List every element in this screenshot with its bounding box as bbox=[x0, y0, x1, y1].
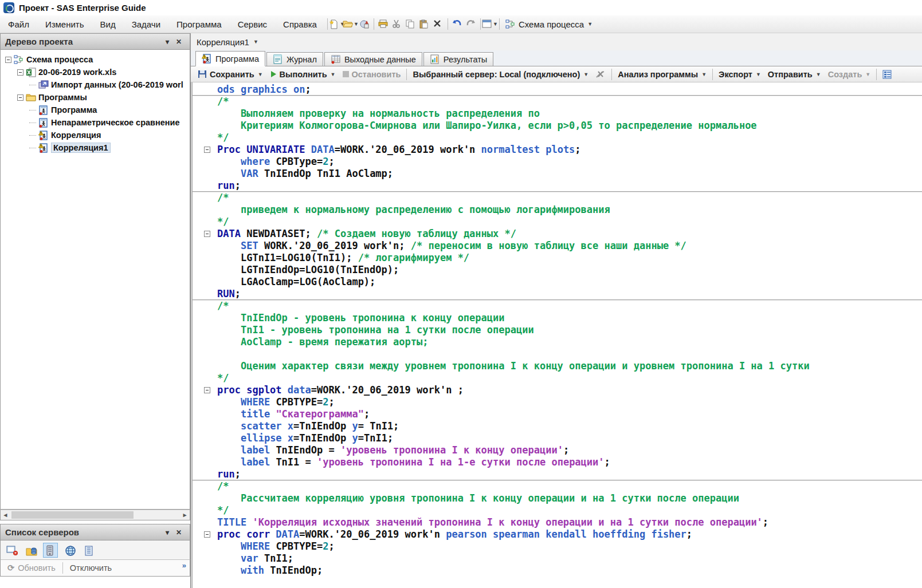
menu-item-1[interactable]: Изменить bbox=[37, 15, 92, 33]
panel-menu-icon[interactable]: ▾ bbox=[162, 38, 172, 46]
more-buttons-chevron[interactable]: » bbox=[182, 561, 186, 570]
fold-collapse-icon[interactable] bbox=[204, 147, 210, 153]
code-line-37[interactable]: TITLE 'Корреляция исходных значений троп… bbox=[193, 516, 922, 528]
code-line-32[interactable]: label TnI1 = 'уровень тропонина I на 1-е… bbox=[193, 456, 922, 468]
process-flow-selector[interactable]: Схема процесса ▼ bbox=[502, 19, 596, 29]
code-line-12[interactable]: */ bbox=[193, 216, 922, 228]
code-line-29[interactable]: scatter x=TnIEndOp y= TnI1; bbox=[193, 420, 922, 432]
update-data-button[interactable] bbox=[358, 18, 371, 30]
code-line-7[interactable]: where CPBType=2; bbox=[193, 156, 922, 168]
tasks-view-button[interactable] bbox=[4, 543, 19, 558]
code-line-34[interactable]: /* bbox=[193, 480, 922, 492]
tree-horizontal-scrollbar[interactable]: ◂ ▸ bbox=[0, 510, 190, 520]
code-line-4[interactable]: Критериям Колмогорова-Смирнова или Шапир… bbox=[193, 120, 922, 132]
save-button[interactable]: Сохранить ▼ bbox=[194, 70, 266, 79]
files-view-button[interactable] bbox=[82, 543, 97, 558]
create-button[interactable]: Создать ▼ bbox=[825, 70, 874, 79]
paste-button[interactable] bbox=[418, 18, 431, 30]
code-line-11[interactable]: приведем к нормальному распределению с п… bbox=[193, 204, 922, 216]
code-line-17[interactable]: LGAoClamp=LOG(AoClamp); bbox=[193, 276, 922, 288]
menu-item-5[interactable]: Сервис bbox=[230, 15, 275, 33]
tree-node-2[interactable]: Импорт данных (20-06-2019 worl bbox=[1, 78, 190, 91]
collapse-icon[interactable] bbox=[17, 69, 23, 76]
tree-node-3[interactable]: Программы bbox=[1, 91, 190, 104]
fold-collapse-icon[interactable] bbox=[204, 531, 210, 538]
code-line-41[interactable]: with TnIEndOp; bbox=[193, 565, 922, 577]
code-line-26[interactable]: proc sgplot data=WORK.'20_06_2019 work'n… bbox=[193, 384, 922, 396]
code-line-3[interactable]: Выполняем проверку на нормальность распр… bbox=[193, 108, 922, 120]
scrollbar-thumb[interactable] bbox=[11, 511, 134, 519]
code-line-33[interactable]: run; bbox=[193, 468, 922, 480]
tree-node-7[interactable]: Корреляция1 bbox=[1, 141, 190, 154]
code-line-6[interactable]: Proc UNIVARIATE DATA=WORK.'20_06_2019 wo… bbox=[193, 144, 922, 156]
analyze-program-button[interactable]: Анализ программы ▼ bbox=[614, 70, 710, 79]
panel-close-icon[interactable]: ✕ bbox=[172, 528, 185, 536]
disconnect-server-icon[interactable] bbox=[592, 70, 609, 78]
code-line-36[interactable]: */ bbox=[193, 504, 922, 516]
code-line-22[interactable]: AoClamp - время пережатия аорты; bbox=[193, 336, 922, 348]
properties-icon[interactable] bbox=[879, 70, 895, 79]
code-line-15[interactable]: LGTnI1=LOG10(TnI1); /* логарифмируем */ bbox=[193, 252, 922, 264]
tree-node-0[interactable]: Схема процесса bbox=[1, 53, 190, 66]
cut-button[interactable] bbox=[390, 18, 404, 30]
code-line-39[interactable]: WHERE CPBTYPE=2; bbox=[193, 540, 922, 553]
collapse-icon[interactable] bbox=[17, 94, 23, 101]
program-code-editor[interactable]: ods graphics on;/* Выполняем проверку на… bbox=[191, 82, 922, 588]
undo-button[interactable] bbox=[450, 18, 464, 30]
code-line-23[interactable] bbox=[193, 348, 922, 360]
export-button[interactable]: Экспорт ▼ bbox=[715, 70, 764, 79]
send-button[interactable]: Отправить ▼ bbox=[764, 70, 825, 79]
code-line-30[interactable]: ellipse x=TnIEndOp y=TnI1; bbox=[193, 432, 922, 444]
code-line-8[interactable]: VAR TnIEndOp TnI1 AoClamp; bbox=[193, 168, 922, 180]
menu-item-3[interactable]: Задачи bbox=[124, 15, 168, 33]
code-line-24[interactable]: Оценим характер связи между уровнем троп… bbox=[193, 360, 922, 372]
code-line-28[interactable]: title "Скатерограмма"; bbox=[193, 408, 922, 420]
tree-node-1[interactable]: 20-06-2019 work.xls bbox=[1, 66, 190, 78]
menu-item-0[interactable]: Файл bbox=[0, 15, 37, 33]
disconnect-button[interactable]: Отключить bbox=[63, 560, 119, 576]
window-layout-button[interactable]: ▼ bbox=[483, 18, 497, 30]
server-selector[interactable]: Выбранный сервер: Local (подключено) ▼ bbox=[409, 70, 592, 79]
code-line-5[interactable]: */ bbox=[193, 132, 922, 144]
tab-3[interactable]: Результаты bbox=[423, 52, 493, 66]
code-line-20[interactable]: TnIEndOp - уровень тропонина к концу опе… bbox=[193, 312, 922, 324]
code-line-25[interactable]: */ bbox=[193, 372, 922, 384]
tree-node-4[interactable]: Программа bbox=[1, 104, 190, 116]
servers-view-button[interactable] bbox=[43, 543, 58, 558]
code-line-14[interactable]: SET WORK.'20_06_2019 work'n; /* переноси… bbox=[193, 240, 922, 252]
code-line-2[interactable]: /* bbox=[193, 96, 922, 108]
tab-1[interactable]: Журнал bbox=[266, 52, 323, 66]
code-line-21[interactable]: TnI1 - уровень тропонина на 1 сутки посл… bbox=[193, 324, 922, 336]
scroll-left-icon[interactable]: ◂ bbox=[1, 511, 10, 519]
code-line-38[interactable]: proc corr DATA=WORK.'20_06_2019 work'n p… bbox=[193, 528, 922, 540]
delete-button[interactable] bbox=[431, 18, 445, 30]
tree-node-6[interactable]: Корреляция bbox=[1, 129, 190, 141]
code-line-9[interactable]: run; bbox=[193, 180, 922, 192]
open-folder-button[interactable]: ▼ bbox=[344, 18, 358, 30]
panel-menu-icon[interactable]: ▾ bbox=[162, 528, 172, 536]
collapse-icon[interactable] bbox=[5, 57, 11, 63]
tab-0[interactable]: Программа bbox=[195, 51, 265, 66]
stop-button[interactable]: Остановить bbox=[339, 70, 405, 79]
code-line-40[interactable]: var TnI1; bbox=[193, 553, 922, 565]
code-line-19[interactable]: /* bbox=[193, 300, 922, 312]
tree-node-5[interactable]: Непараметрическое сравнение bbox=[1, 116, 190, 129]
libraries-view-button[interactable] bbox=[23, 543, 38, 558]
refresh-button[interactable]: ⟳ Обновить bbox=[1, 560, 62, 576]
code-line-13[interactable]: DATA NEWDATASET; /* Создаем новую таблиц… bbox=[193, 228, 922, 240]
scroll-right-icon[interactable]: ▸ bbox=[180, 511, 190, 519]
code-line-1[interactable]: ods graphics on; bbox=[193, 84, 922, 96]
menu-item-6[interactable]: Справка bbox=[275, 15, 325, 33]
code-line-10[interactable]: /* bbox=[193, 192, 922, 204]
code-line-18[interactable]: RUN; bbox=[193, 288, 922, 300]
fold-collapse-icon[interactable] bbox=[204, 231, 210, 237]
code-line-16[interactable]: LGTnIEndOp=LOG10(TnIEndOp); bbox=[193, 264, 922, 276]
code-line-35[interactable]: Рассчитаем корреляцию уровня тропонина I… bbox=[193, 492, 922, 504]
print-button[interactable] bbox=[376, 18, 390, 30]
code-line-27[interactable]: WHERE CPBTYPE=2; bbox=[193, 396, 922, 408]
new-document-button[interactable]: ▼ bbox=[330, 18, 344, 30]
menu-item-4[interactable]: Программа bbox=[168, 15, 230, 33]
fold-collapse-icon[interactable] bbox=[204, 387, 210, 393]
redo-button[interactable] bbox=[464, 18, 478, 30]
run-button[interactable]: Выполнить ▼ bbox=[266, 70, 339, 79]
